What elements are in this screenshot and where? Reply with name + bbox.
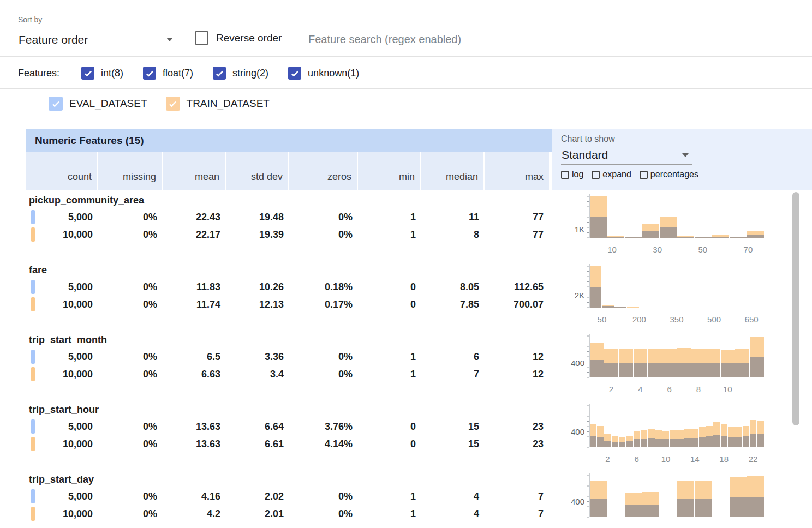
svg-text:2: 2 — [605, 454, 610, 464]
stat-min: 0 — [358, 278, 421, 296]
stat-zeros: 0% — [289, 348, 358, 365]
svg-text:50: 50 — [698, 245, 707, 254]
stat-count: 5,000 — [26, 348, 98, 365]
dataset-checkbox-icon[interactable] — [49, 97, 63, 111]
stat-missing: 0% — [98, 278, 163, 296]
chart-option-label: expand — [602, 170, 631, 179]
feature-search — [308, 27, 571, 52]
feature-type-filter-int[interactable]: int(8) — [81, 67, 123, 80]
stat-max: 23 — [485, 418, 549, 435]
dataset-color-swatch — [31, 437, 35, 451]
feature-block-trip-start-day: trip_start_day5,0000%4.162.020%14710,000… — [26, 471, 552, 523]
svg-text:350: 350 — [670, 315, 683, 324]
feature-type-filter-string[interactable]: string(2) — [213, 67, 268, 80]
dataset-color-swatch — [31, 297, 35, 311]
svg-text:8: 8 — [696, 385, 701, 394]
stat-median: 8.05 — [421, 278, 485, 296]
chart-options: logexpandpercentages — [561, 170, 812, 179]
stat-count: 5,000 — [26, 208, 98, 226]
chart-panel: Chart to show Standard logexpandpercenta… — [552, 129, 812, 190]
dataset-color-swatch — [31, 367, 35, 381]
stat-min: 0 — [358, 435, 421, 453]
column-header-row: countmissingmeanstd devzerosminmedianmax — [26, 152, 552, 190]
stats-row-eval-dataset: 5,0000%22.4319.480%11177 — [26, 208, 552, 226]
chart-type-value: Standard — [561, 148, 608, 161]
feature-type-filter-float[interactable]: float(7) — [143, 67, 193, 80]
stat-min: 0 — [358, 296, 421, 313]
stat-std-dev: 10.26 — [226, 278, 289, 296]
stats-row-train-dataset: 10,0000%4.22.010%147 — [26, 505, 552, 523]
feature-type-list: int(8)float(7)string(2)unknown(1) — [81, 67, 359, 80]
checkbox-unchecked-icon[interactable] — [561, 171, 569, 179]
chart-option-log[interactable]: log — [561, 170, 583, 179]
svg-text:500: 500 — [707, 315, 721, 324]
checkbox-checked-icon[interactable] — [213, 67, 226, 80]
dataset-label: EVAL_DATASET — [69, 98, 147, 110]
dataset-color-swatch — [31, 419, 35, 434]
facets-overview-page: Sort by Feature order Reverse order Feat… — [0, 0, 812, 528]
checkbox-unchecked-icon[interactable] — [592, 171, 600, 179]
feature-type-label: float(7) — [163, 68, 193, 79]
sort-by-value: Feature order — [18, 33, 88, 46]
chart-type-select[interactable]: Standard — [561, 146, 692, 165]
sort-by-select[interactable]: Feature order — [18, 27, 176, 52]
dataset-checkbox-icon[interactable] — [166, 97, 180, 111]
feature-search-input[interactable] — [308, 27, 571, 52]
dataset-toggle-train-dataset[interactable]: TRAIN_DATASET — [166, 97, 270, 111]
feature-name: trip_start_day — [26, 471, 552, 488]
checkbox-checked-icon[interactable] — [143, 67, 156, 80]
feature-name: trip_start_month — [26, 332, 552, 348]
stat-zeros: 0.18% — [289, 278, 358, 296]
checkbox-checked-icon[interactable] — [288, 67, 301, 80]
feature-type-label: string(2) — [232, 68, 268, 79]
stat-median: 7.85 — [421, 296, 485, 313]
stat-missing: 0% — [98, 208, 163, 226]
feature-block-fare: fare5,0000%11.8310.260.18%08.05112.6510,… — [26, 262, 552, 313]
checkbox-unchecked-icon[interactable] — [640, 171, 648, 179]
feature-type-label: int(8) — [101, 68, 123, 79]
stat-max: 112.65 — [485, 278, 549, 296]
svg-text:22: 22 — [749, 454, 758, 464]
stat-std-dev: 2.02 — [226, 488, 289, 505]
dataset-color-swatch — [31, 489, 35, 503]
stat-min: 1 — [358, 348, 421, 365]
divider — [0, 88, 812, 89]
reverse-order-label: Reverse order — [216, 32, 282, 44]
stat-std-dev: 19.39 — [226, 226, 289, 243]
chart-option-expand[interactable]: expand — [592, 170, 631, 179]
chart-option-percentages[interactable]: percentages — [640, 170, 698, 179]
feature-name: fare — [26, 262, 552, 278]
stat-count: 5,000 — [26, 278, 98, 296]
stat-median: 4 — [421, 505, 485, 523]
svg-text:2K: 2K — [575, 291, 584, 300]
checkbox-checked-icon[interactable] — [81, 67, 94, 80]
checkbox-unchecked-icon[interactable] — [195, 31, 208, 45]
stats-row-train-dataset: 10,0000%13.636.614.14%01523 — [26, 435, 552, 453]
histogram-trip-start-hour: 4002610141822 — [562, 401, 769, 469]
stat-std-dev: 19.48 — [226, 208, 289, 226]
dropdown-arrow-icon — [682, 153, 689, 157]
stat-missing: 0% — [98, 505, 163, 523]
stat-missing: 0% — [98, 488, 163, 505]
stat-min: 1 — [358, 488, 421, 505]
feature-type-filter-unknown[interactable]: unknown(1) — [288, 67, 359, 80]
stat-max: 77 — [485, 208, 549, 226]
stat-max: 77 — [485, 226, 549, 243]
chart-option-label: log — [572, 170, 583, 179]
stat-std-dev: 2.01 — [226, 505, 289, 523]
stat-mean: 4.2 — [163, 505, 226, 523]
dataset-color-swatch — [31, 280, 35, 294]
column-header-count: count — [26, 152, 98, 190]
stat-median: 11 — [421, 208, 485, 226]
stat-mean: 6.5 — [163, 348, 226, 365]
stat-zeros: 0% — [289, 365, 358, 383]
dataset-toggle-eval-dataset[interactable]: EVAL_DATASET — [49, 97, 147, 111]
column-header-std-dev: std dev — [226, 152, 289, 190]
feature-block-trip-start-month: trip_start_month5,0000%6.53.360%161210,0… — [26, 332, 552, 383]
stat-count: 10,000 — [26, 296, 98, 313]
check-icon — [168, 99, 178, 109]
svg-text:400: 400 — [571, 427, 584, 436]
scrollbar[interactable] — [792, 192, 799, 425]
reverse-order-toggle[interactable]: Reverse order — [195, 31, 282, 45]
stat-missing: 0% — [98, 226, 163, 243]
